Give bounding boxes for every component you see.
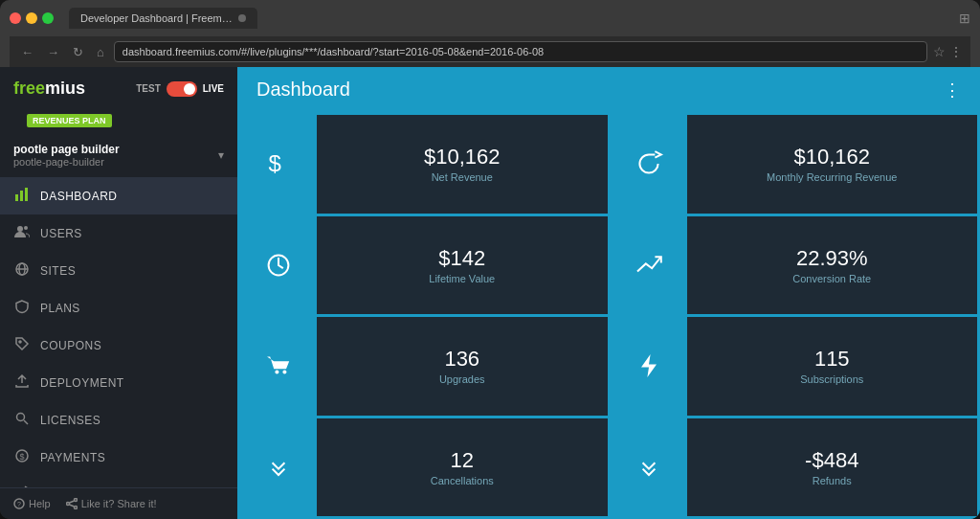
sidebar-item-coupons[interactable]: COUPONS — [0, 327, 237, 364]
svg-point-20 — [66, 503, 69, 506]
metric-label-upgrades: Upgrades — [439, 373, 485, 385]
sidebar-item-licenses[interactable]: LICENSES — [0, 401, 237, 439]
svg-text:$: $ — [20, 452, 26, 462]
metric-data-upgrades: 136 Upgrades — [317, 317, 608, 416]
metric-value-upgrades: 136 — [444, 347, 479, 372]
sidebar-nav: DASHBOARD USERS — [0, 177, 237, 487]
metric-card-monthly-recurring: $10,162 Monthly Recurring Revenue — [611, 115, 978, 214]
svg-point-3 — [17, 226, 23, 232]
sidebar-item-subscriptions[interactable]: SUBSCRIPTIONS — [0, 476, 237, 487]
metric-data-monthly-recurring: $10,162 Monthly Recurring Revenue — [687, 115, 978, 214]
plugin-details: pootle page builder pootle-page-builder — [13, 143, 120, 168]
svg-rect-0 — [15, 194, 18, 201]
svg-point-9 — [17, 414, 25, 421]
metric-data-cancellations: 12 Cancellations — [317, 418, 608, 517]
sidebar-item-label-sites: SITES — [40, 264, 76, 278]
metric-label-refunds: Refunds — [813, 475, 852, 486]
reload-button[interactable]: ↻ — [69, 43, 87, 61]
metric-icon-area-upgrades — [240, 317, 317, 416]
share-link[interactable]: Like it? Share it! — [66, 498, 157, 509]
chevrons-down-icon-right — [634, 452, 664, 483]
svg-point-4 — [24, 226, 28, 230]
sidebar-item-label-licenses: LICENSES — [40, 414, 100, 427]
metric-data-lifetime-value: $142 Lifetime Value — [317, 216, 608, 315]
metric-data-conversion-rate: 22.93% Conversion Rate — [687, 216, 978, 315]
minimize-button[interactable] — [26, 12, 37, 24]
svg-text:$: $ — [269, 150, 281, 176]
header-menu-icon[interactable]: ⋮ — [944, 79, 961, 101]
refresh-icon-metric — [634, 148, 664, 179]
traffic-lights — [10, 12, 54, 24]
sidebar-item-label-coupons: COUPONS — [40, 339, 101, 352]
main-content: Dashboard ⋮ $ $10,162 Net Revenue — [237, 67, 980, 519]
metric-icon-area-conversion-rate — [611, 216, 687, 315]
svg-rect-1 — [20, 191, 23, 201]
tab-title: Developer Dashboard | Freem… — [80, 12, 233, 24]
metric-card-refunds: -$484 Refunds — [611, 418, 978, 517]
plugin-info[interactable]: pootle page builder pootle-page-builder … — [0, 139, 237, 177]
sidebar-item-sites[interactable]: SITES — [0, 252, 237, 289]
home-button[interactable]: ⌂ — [93, 43, 108, 61]
shield-icon — [13, 299, 31, 317]
sidebar-item-dashboard[interactable]: DASHBOARD — [0, 177, 237, 214]
browser-chrome: Developer Dashboard | Freem… ⊞ ← → ↻ ⌂ ☆… — [0, 0, 980, 67]
svg-line-21 — [69, 501, 74, 503]
svg-line-22 — [69, 505, 74, 507]
tab-close-icon[interactable] — [238, 14, 246, 22]
back-button[interactable]: ← — [17, 43, 37, 61]
sidebar-item-plans[interactable]: PLANS — [0, 289, 237, 327]
close-button[interactable] — [10, 12, 21, 24]
metric-icon-area-refunds — [611, 418, 687, 517]
env-toggle[interactable] — [167, 81, 197, 97]
svg-text:?: ? — [17, 501, 21, 508]
app-container: freemius TEST LIVE REVENUES PLAN pootle … — [0, 67, 980, 519]
metric-icon-area-net-revenue: $ — [240, 115, 317, 214]
metric-card-conversion-rate: 22.93% Conversion Rate — [611, 216, 978, 315]
header-controls: TEST LIVE — [136, 81, 224, 97]
extensions-icon[interactable]: ⋮ — [949, 44, 963, 59]
metric-label-net-revenue: Net Revenue — [432, 171, 493, 183]
sidebar-item-payments[interactable]: $ PAYMENTS — [0, 439, 237, 476]
sidebar-item-label-plans: PLANS — [40, 302, 80, 315]
bar-chart-icon — [13, 187, 31, 205]
browser-tab[interactable]: Developer Dashboard | Freem… — [69, 8, 257, 29]
metric-value-cancellations: 12 — [451, 448, 474, 473]
dashboard-grid: $ $10,162 Net Revenue — [237, 112, 980, 519]
main-header: Dashboard ⋮ — [237, 67, 980, 112]
forward-button[interactable]: → — [43, 43, 63, 61]
search-icon — [13, 411, 31, 429]
freemius-logo: freemius — [13, 79, 85, 99]
globe-icon — [13, 261, 31, 280]
trending-up-icon — [634, 250, 664, 281]
extension-icons: ☆ ⋮ — [933, 44, 963, 59]
sidebar-item-users[interactable]: USERS — [0, 214, 237, 252]
metric-value-subscriptions: 115 — [814, 347, 850, 372]
help-link[interactable]: ? Help — [13, 498, 51, 509]
svg-line-10 — [24, 420, 28, 424]
cart-icon — [263, 350, 294, 381]
plugin-dropdown-arrow[interactable]: ▾ — [218, 148, 224, 162]
browser-titlebar: Developer Dashboard | Freem… ⊞ — [10, 8, 970, 29]
browser-toolbar: ← → ↻ ⌂ ☆ ⋮ — [10, 36, 970, 67]
star-icon[interactable]: ☆ — [933, 44, 946, 59]
metric-icon-area-monthly-recurring — [611, 115, 687, 214]
metric-card-net-revenue: $ $10,162 Net Revenue — [240, 115, 608, 214]
svg-rect-2 — [25, 188, 28, 201]
metric-value-refunds: -$484 — [805, 448, 858, 473]
maximize-button[interactable] — [42, 12, 54, 24]
sidebar-item-deployment[interactable]: DEPLOYMENT — [0, 364, 237, 401]
new-tab-icon[interactable]: ⊞ — [959, 11, 970, 26]
sidebar-item-label-payments: PAYMENTS — [40, 451, 105, 464]
metric-icon-area-cancellations — [240, 418, 317, 517]
dollar-icon: $ — [263, 148, 294, 179]
address-bar[interactable] — [114, 41, 927, 62]
metric-label-monthly-recurring: Monthly Recurring Revenue — [767, 171, 897, 183]
sidebar-item-label-dashboard: DASHBOARD — [40, 190, 118, 203]
svg-point-8 — [19, 341, 21, 343]
metric-card-subscriptions-metric: 115 Subscriptions — [611, 317, 978, 416]
revenues-badge: REVENUES PLAN — [27, 114, 112, 127]
metric-value-net-revenue: $10,162 — [424, 145, 501, 169]
svg-point-25 — [275, 371, 278, 374]
metric-value-monthly-recurring: $10,162 — [793, 145, 870, 169]
svg-point-26 — [282, 371, 286, 374]
